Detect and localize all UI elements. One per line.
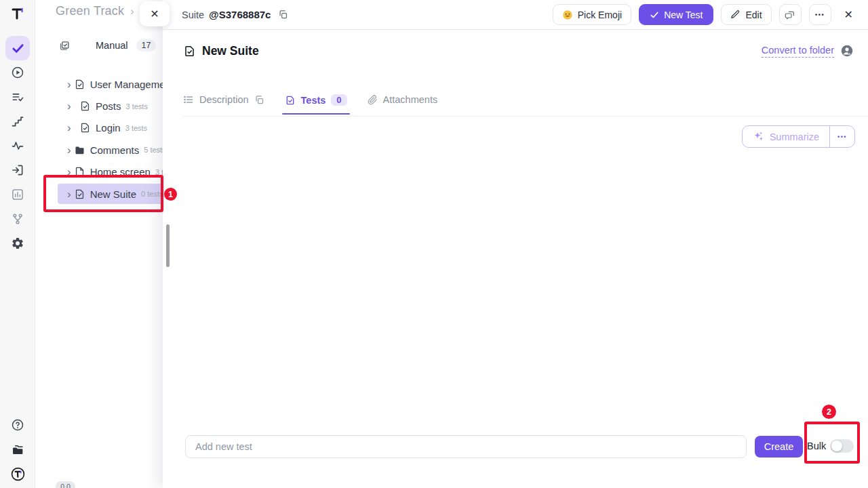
suite-doc-check-icon: [79, 122, 91, 134]
edit-label: Edit: [745, 9, 762, 20]
bottom-version-badge: 0.0: [56, 481, 75, 488]
suites-tree-panel: Green Track › Manual 17 Automated › User…: [35, 0, 163, 488]
projects-folder-icon[interactable]: [5, 437, 30, 462]
pick-emoji-label: Pick Emoji: [578, 9, 622, 20]
create-button[interactable]: Create: [755, 436, 803, 458]
check-icon: [650, 10, 659, 20]
icon-rail: [0, 0, 35, 488]
panel-scrollbar-thumb[interactable]: [166, 224, 170, 267]
more-actions-button[interactable]: •••: [809, 4, 831, 25]
folder-icon: [74, 144, 85, 156]
copy-description-icon[interactable]: [254, 95, 264, 105]
summarize-more-button[interactable]: •••: [829, 126, 854, 147]
chat-bubble-icon: [785, 9, 795, 20]
tree-item-count: 3 tests: [126, 102, 148, 110]
assignee-avatar-icon[interactable]: [841, 45, 853, 57]
breadcrumb-separator: ›: [130, 5, 134, 18]
tree-item-label: Posts: [96, 100, 121, 112]
tree-item-user-management[interactable]: › User Management: [35, 73, 163, 95]
summarize-label: Summarize: [770, 131, 819, 142]
tab-label: Description: [199, 94, 249, 105]
app-logo-icon[interactable]: [5, 1, 30, 26]
summarize-button[interactable]: Summarize: [743, 126, 829, 147]
help-question-icon[interactable]: [5, 413, 30, 437]
chevron-right-icon[interactable]: ›: [67, 122, 77, 134]
suite-id: @S3768887c: [209, 9, 271, 20]
steps-stairs-icon[interactable]: [5, 109, 30, 134]
filter-tab-manual[interactable]: Manual: [96, 40, 128, 51]
tab-label: Tests: [301, 95, 326, 106]
convert-to-folder-link[interactable]: Convert to folder: [762, 45, 834, 58]
add-new-test-input[interactable]: [185, 435, 747, 458]
suite-title-doc-icon: [183, 45, 196, 58]
tab-label: Attachments: [383, 94, 438, 105]
tab-tests[interactable]: Tests 0: [285, 94, 347, 114]
tests-count-badge: 0: [331, 94, 347, 106]
tree-item-label: User Management: [90, 79, 163, 90]
project-name[interactable]: Green Track: [56, 4, 124, 18]
reports-chart-icon[interactable]: [5, 182, 30, 207]
settings-gear-icon[interactable]: [5, 231, 30, 256]
annotation-rect-2: [804, 422, 860, 464]
tree-item-label: Comments: [90, 144, 140, 156]
tree-item-login[interactable]: › Login 3 tests: [35, 117, 163, 139]
tree-item-posts[interactable]: › Posts 3 tests: [35, 95, 163, 117]
paperclip-icon: [368, 95, 378, 105]
tree-item-label: Login: [96, 122, 121, 134]
suite-title: New Suite: [202, 44, 259, 58]
new-test-label: New Test: [664, 9, 703, 20]
ellipsis-icon: •••: [837, 134, 847, 140]
analytics-pulse-icon[interactable]: [5, 134, 30, 158]
pick-emoji-button[interactable]: Pick Emoji: [553, 4, 631, 25]
suite-doc-check-icon: [74, 79, 85, 90]
pencil-icon: [730, 9, 741, 20]
tab-attachments[interactable]: Attachments: [368, 94, 438, 113]
annotation-badge-2: 2: [822, 405, 836, 419]
tree-item-count: 3 tests: [125, 124, 147, 132]
close-panel-icon[interactable]: ✕: [844, 8, 853, 21]
import-login-icon[interactable]: [5, 158, 30, 182]
doc-check-icon: [285, 95, 296, 106]
account-logo-icon[interactable]: [5, 462, 30, 486]
branches-git-icon[interactable]: [5, 207, 30, 231]
runs-play-icon[interactable]: [5, 60, 30, 85]
edit-button[interactable]: Edit: [721, 4, 771, 25]
chevron-right-icon[interactable]: ›: [67, 100, 77, 112]
entity-type-label: Suite: [182, 9, 204, 20]
manual-count-badge: 17: [136, 39, 157, 52]
summarize-split-button: Summarize •••: [742, 125, 855, 148]
plans-list-check-icon[interactable]: [5, 85, 30, 109]
manual-filter-icon: [58, 40, 70, 52]
chevron-right-icon[interactable]: ›: [67, 144, 71, 156]
suite-header: Suite @S3768887c Pick Emoji New Test Edi…: [163, 0, 868, 30]
emoji-smiley-icon: [562, 9, 573, 20]
list-icon: [183, 94, 194, 105]
copy-id-icon[interactable]: [278, 9, 288, 20]
comments-button[interactable]: [779, 4, 802, 25]
tab-description[interactable]: Description: [183, 94, 264, 113]
tests-check-icon[interactable]: [5, 36, 30, 60]
tree-item-comments[interactable]: › Comments 5 tests: [35, 139, 163, 161]
sparkles-icon: [753, 131, 764, 142]
tree-item-count: 5 tests: [144, 146, 163, 154]
annotation-rect-1: [43, 175, 163, 212]
suite-doc-check-icon: [79, 100, 91, 112]
annotation-badge-1: 1: [164, 188, 177, 201]
add-test-footer: Create Bulk: [163, 434, 868, 460]
chevron-right-icon[interactable]: ›: [67, 79, 71, 90]
ellipsis-icon: •••: [815, 12, 825, 18]
suite-detail-panel: ✕ Suite @S3768887c Pick Emoji New Test E…: [163, 0, 868, 488]
suite-tabs: Description Tests 0 Attachments: [183, 94, 868, 117]
new-test-button[interactable]: New Test: [639, 4, 713, 25]
